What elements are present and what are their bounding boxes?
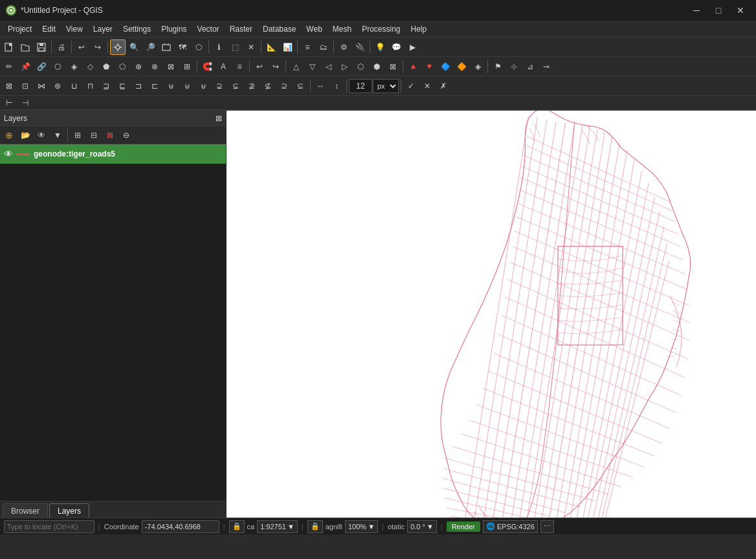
adv5[interactable]: ◈ — [470, 59, 485, 74]
adv-digitize4[interactable]: ⊛ — [50, 78, 65, 94]
adv-digitize2[interactable]: ⊡ — [17, 78, 33, 94]
menu-raster[interactable]: Raster — [225, 23, 258, 35]
attribute-btn[interactable]: ≡ — [232, 59, 247, 74]
menu-plugins[interactable]: Plugins — [156, 23, 192, 35]
close-button[interactable]: ✕ — [730, 2, 751, 19]
pan-btn[interactable] — [110, 39, 126, 55]
digitize2[interactable]: 📌 — [17, 59, 33, 74]
digitize5[interactable]: ◈ — [66, 59, 82, 74]
geom6[interactable]: ⬢ — [369, 59, 384, 74]
tab-layers[interactable]: Layers — [49, 503, 89, 518]
adv-digitize16[interactable]: ⊉ — [244, 78, 260, 94]
zoom-full-btn[interactable] — [159, 39, 174, 55]
geom7[interactable]: ⊠ — [385, 59, 401, 74]
menu-project[interactable]: Project — [3, 23, 37, 35]
menu-mesh[interactable]: Mesh — [328, 23, 357, 35]
adv-digitize5[interactable]: ⊔ — [66, 78, 82, 94]
undo-btn[interactable]: ↩ — [74, 39, 89, 55]
open-layer-btn[interactable]: 📂 — [17, 127, 33, 143]
adv3[interactable]: 🔷 — [438, 59, 453, 74]
menu-database[interactable]: Database — [258, 23, 301, 35]
zoom-layer-btn[interactable]: 🗺 — [175, 39, 190, 55]
geom4[interactable]: ▷ — [337, 59, 352, 74]
close2[interactable]: ✕ — [419, 78, 435, 94]
minimize-button[interactable]: ─ — [686, 2, 707, 19]
menu-vector[interactable]: Vector — [192, 23, 225, 35]
extra-tool2[interactable]: ⊣ — [17, 96, 33, 110]
magnify-selector[interactable]: 100% ▼ — [345, 520, 378, 533]
menu-edit[interactable]: Edit — [37, 23, 61, 35]
redo-btn[interactable]: ↪ — [90, 39, 106, 55]
layer-collapse-btn[interactable]: ⊟ — [86, 127, 102, 143]
adv-digitize15[interactable]: ⊊ — [228, 78, 243, 94]
msg-btn[interactable]: 💬 — [388, 39, 404, 55]
layer-filter-btn[interactable]: ▼ — [50, 127, 65, 143]
digitize9[interactable]: ⊕ — [131, 59, 146, 74]
digitize6[interactable]: ◇ — [82, 59, 98, 74]
layer-item[interactable]: 👁 geonode:tiger_roads5 — [0, 144, 226, 164]
snap2[interactable]: ↕ — [329, 78, 344, 94]
tip-btn[interactable]: 💡 — [372, 39, 388, 55]
menu-processing[interactable]: Processing — [357, 23, 405, 35]
extra3[interactable]: ⊿ — [522, 59, 538, 74]
digitize12[interactable]: ⊞ — [179, 59, 195, 74]
extra-tool1[interactable]: ⊢ — [1, 96, 17, 110]
locate-input[interactable] — [4, 520, 94, 533]
adv-digitize9[interactable]: ⊐ — [131, 78, 146, 94]
check1[interactable]: ✓ — [403, 78, 419, 94]
extra1[interactable]: ⚑ — [490, 59, 506, 74]
menu-layer[interactable]: Layer — [88, 23, 118, 35]
menu-web[interactable]: Web — [301, 23, 327, 35]
digitize1[interactable]: ✏ — [1, 59, 17, 74]
plugins-btn[interactable]: 🔌 — [352, 39, 368, 55]
layer-visibility-icon[interactable]: 👁 — [4, 149, 13, 159]
digitize8[interactable]: ⬠ — [115, 59, 130, 74]
adv-digitize11[interactable]: ⊎ — [163, 78, 179, 94]
adv2[interactable]: 🔻 — [421, 59, 437, 74]
zoom-selection-btn[interactable]: ⬡ — [191, 39, 206, 55]
settings-btn[interactable]: ⚙ — [336, 39, 351, 55]
save-project-btn[interactable] — [34, 39, 49, 55]
adv-digitize8[interactable]: ⊑ — [115, 78, 130, 94]
menu-settings[interactable]: Settings — [118, 23, 156, 35]
menu-help[interactable]: Help — [406, 23, 432, 35]
layer-vis-btn[interactable]: 👁 — [34, 127, 49, 143]
snapping-btn[interactable]: 🧲 — [199, 59, 215, 74]
epsg-btn[interactable]: 🌐 EPSG:4326 — [483, 520, 538, 533]
adv-digitize13[interactable]: ⊌ — [195, 78, 211, 94]
lock-icon[interactable]: 🔒 — [229, 520, 245, 533]
more-btn[interactable]: ▶ — [405, 39, 420, 55]
print-btn[interactable]: 🖨 — [54, 39, 69, 55]
redo2-btn[interactable]: ↪ — [268, 59, 284, 74]
cross1[interactable]: ✗ — [436, 78, 451, 94]
digitize3[interactable]: 🔗 — [34, 59, 49, 74]
adv-digitize1[interactable]: ⊠ — [1, 78, 17, 94]
geom2[interactable]: ▽ — [304, 59, 320, 74]
geom5[interactable]: ⬡ — [353, 59, 368, 74]
adv-digitize10[interactable]: ⊏ — [147, 78, 162, 94]
geom1[interactable]: △ — [288, 59, 304, 74]
extra4[interactable]: ⊸ — [539, 59, 554, 74]
new-project-btn[interactable] — [1, 39, 17, 55]
remove-layer-btn[interactable]: ⊖ — [118, 127, 134, 143]
adv-digitize7[interactable]: ⊒ — [98, 78, 114, 94]
messages-btn[interactable]: ⋯ — [540, 520, 554, 533]
layer-expand-btn[interactable]: ⊞ — [70, 127, 85, 143]
digitize7[interactable]: ⬟ — [98, 59, 114, 74]
adv4[interactable]: 🔶 — [454, 59, 469, 74]
scale-selector[interactable]: 1:92751 ▼ — [257, 520, 298, 533]
lock-scale-btn[interactable]: 🔒 — [307, 520, 323, 533]
tab-browser[interactable]: Browser — [3, 503, 48, 518]
zoom-out-btn[interactable]: 🔎 — [142, 39, 158, 55]
browser-btn[interactable]: 🗂 — [316, 39, 331, 55]
zoom-in-btn[interactable]: 🔍 — [126, 39, 142, 55]
coordinate-input[interactable] — [142, 520, 219, 533]
adv-digitize14[interactable]: ⊋ — [212, 78, 227, 94]
deselect-btn[interactable]: ✕ — [243, 39, 259, 55]
menu-view[interactable]: View — [61, 23, 88, 35]
digitize4[interactable]: ⬡ — [50, 59, 65, 74]
geom3[interactable]: ◁ — [320, 59, 336, 74]
font-unit-select[interactable]: px — [373, 79, 399, 93]
undo2-btn[interactable]: ↩ — [252, 59, 267, 74]
digitize10[interactable]: ⊗ — [147, 59, 162, 74]
